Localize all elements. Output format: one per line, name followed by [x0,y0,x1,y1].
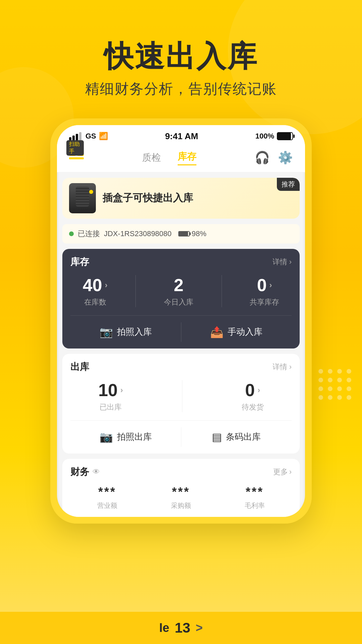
stat-pending[interactable]: 0 › 待发货 [242,380,264,412]
app-logo: 扫助手 [69,150,84,165]
finance-title-wrap: 财务 👁 [70,466,100,478]
outbound-detail[interactable]: 详情 › [273,362,292,372]
nav-icons: 🎧 ⚙️ [255,151,293,165]
stat-today-in[interactable]: 2 今日入库 [164,275,193,307]
main-title: 快速出入库 [0,40,362,73]
pending-label: 待发货 [242,402,264,412]
product-banner[interactable]: 插盒子可快捷出入库 推荐 [62,178,300,219]
connection-label: 已连接 [78,229,100,239]
inventory-header: 库存 详情 › [70,256,292,268]
arrow-icon-2: › [269,280,272,290]
manual-in-label: 手动入库 [228,326,262,338]
stat-out[interactable]: 10 › 已出库 [98,380,123,412]
photo-out-label: 拍照出库 [117,431,152,443]
device-id: JDX-1RS230898080 [104,229,172,238]
pending-value: 0 [245,380,255,400]
battery-percentage: 100% [255,132,274,141]
outbound-section: 出库 详情 › 10 › 已出库 [62,354,300,453]
tab-inventory[interactable]: 库存 [178,150,196,165]
photo-in-label: 拍照入库 [117,326,152,338]
phone-mockup: GS 📶 9:41 AM 100% 扫助手 [0,118,362,524]
bottom-bar: Ie 13 > [0,612,362,644]
connection-dot [69,231,74,236]
shared-value: 0 [257,275,267,295]
finance-section: 财务 👁 更多 › *** 营业额 *** 采购额 [62,459,300,517]
page-label: Ie [159,621,169,635]
revenue-label: 营业额 [97,501,117,510]
page-number: 13 [175,620,190,636]
finance-title: 财务 [70,466,89,478]
inventory-title: 库存 [70,256,89,268]
recommend-badge: 推荐 [277,178,300,191]
arrow-icon-4: › [257,385,260,395]
status-left: GS 📶 [69,132,108,141]
battery-value: 98% [192,229,206,238]
shared-label: 共享库存 [250,297,279,307]
inventory-stats: 40 › 在库数 2 今日入库 [70,275,292,307]
purchase-label: 采购额 [171,501,191,510]
in-stock-label: 在库数 [83,297,108,307]
product-image [69,183,96,213]
more-label: 更多 [273,467,288,477]
chevron-right-icon-2: › [289,363,292,371]
sub-title: 精细财务分析，告别传统记账 [0,79,362,98]
inventory-actions: 📷 拍照入库 📤 手动入库 [70,315,292,342]
purchase-value: *** [171,485,191,499]
manual-in-btn[interactable]: 📤 手动入库 [181,322,292,342]
carrier-label: GS [85,132,96,141]
finance-purchase: *** 采购额 [171,485,191,510]
revenue-value: *** [97,485,117,499]
barcode-icon: ▤ [212,431,222,443]
outbound-title: 出库 [70,361,89,373]
barcode-out-label: 条码出库 [226,431,261,443]
chevron-icon: > [196,621,203,635]
wifi-icon: 📶 [99,132,108,141]
arrow-icon: › [105,280,108,290]
outbound-stats: 10 › 已出库 0 › 待发货 [70,380,292,412]
nav-bar: 扫助手 质检 库存 🎧 ⚙️ [57,145,305,172]
tab-quality[interactable]: 质检 [142,151,161,164]
manual-icon: 📤 [210,326,224,338]
inventory-section: 库存 详情 › 40 › 在库数 [62,249,300,348]
photo-out-btn[interactable]: 📷 拍照出库 [70,427,181,447]
status-right: 100% [255,132,293,141]
logo-wrap: 扫助手 [69,150,84,165]
camera-icon: 📷 [100,326,113,338]
out-label: 已出库 [98,402,123,412]
margin-value: *** [245,485,265,499]
outbound-actions: 📷 拍照出库 ▤ 条码出库 [70,420,292,447]
in-stock-value: 40 [83,275,102,295]
chevron-right-icon: › [289,258,292,266]
battery-icon [277,132,293,140]
margin-label: 毛利率 [245,501,265,510]
scan-badge: 扫助手 [66,140,84,156]
finance-stats: *** 营业额 *** 采购额 *** 毛利率 [70,485,292,510]
nav-tabs: 质检 库存 [142,150,196,165]
settings-icon[interactable]: ⚙️ [278,151,293,165]
stat-in-stock[interactable]: 40 › 在库数 [83,275,108,307]
page-indicator: Ie 13 > [159,620,203,636]
today-in-label: 今日入库 [164,297,193,307]
finance-margin: *** 毛利率 [245,485,265,510]
finance-header: 财务 👁 更多 › [70,466,292,478]
out-value: 10 [98,380,118,400]
device-battery: 98% [178,229,206,238]
finance-revenue: *** 营业额 [97,485,117,510]
arrow-icon-3: › [120,385,123,395]
chevron-right-icon-3: › [289,468,292,476]
outbound-header: 出库 详情 › [70,361,292,373]
more-link[interactable]: 更多 › [273,467,292,477]
signal-icon [69,132,81,141]
inventory-detail[interactable]: 详情 › [273,257,292,267]
today-in-value: 2 [174,275,183,295]
header-section: 快速出入库 精细财务分析，告别传统记账 [0,0,362,98]
support-icon[interactable]: 🎧 [255,151,270,165]
barcode-out-btn[interactable]: ▤ 条码出库 [181,427,292,447]
stat-shared[interactable]: 0 › 共享库存 [250,275,279,307]
connection-bar: 已连接 JDX-1RS230898080 98% [62,224,300,244]
eye-icon[interactable]: 👁 [93,468,100,476]
camera-out-icon: 📷 [100,431,113,443]
photo-in-btn[interactable]: 📷 拍照入库 [70,322,181,342]
status-bar: GS 📶 9:41 AM 100% [57,125,305,145]
time-display: 9:41 AM [165,131,198,142]
